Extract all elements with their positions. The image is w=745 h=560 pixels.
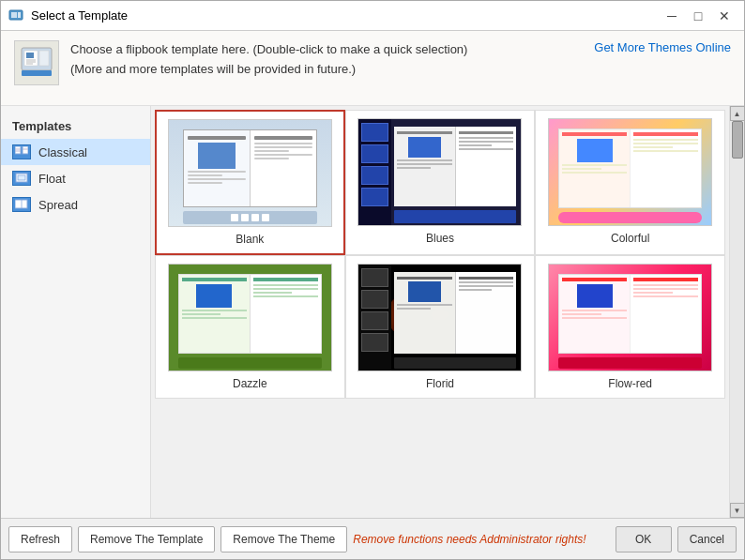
scroll-thumb[interactable] <box>732 121 743 159</box>
svg-rect-9 <box>26 53 34 58</box>
maximize-button[interactable]: □ <box>686 6 710 26</box>
remove-template-button[interactable]: Remove The Template <box>78 526 215 552</box>
ok-button[interactable]: OK <box>616 526 672 552</box>
close-button[interactable]: ✕ <box>712 6 737 26</box>
svg-rect-7 <box>39 51 49 66</box>
svg-rect-8 <box>22 70 52 76</box>
scroll-up-button[interactable]: ▲ <box>730 106 745 121</box>
scroll-down-button[interactable]: ▼ <box>730 503 745 518</box>
template-florid[interactable]: Florid <box>345 255 536 399</box>
sidebar-item-spread-label: Spread <box>38 198 78 212</box>
svg-rect-1 <box>11 12 17 18</box>
template-dazzle-label: Dazzle <box>233 377 267 390</box>
template-blues[interactable]: Blues <box>345 110 536 255</box>
sidebar-item-classical[interactable]: Classical <box>1 139 150 165</box>
refresh-button[interactable]: Refresh <box>8 526 72 552</box>
info-text: Choose a flipbook template here. (Double… <box>70 40 467 80</box>
classical-icon <box>12 144 31 159</box>
template-flowred-preview <box>548 264 712 371</box>
svg-rect-20 <box>15 200 27 208</box>
template-florid-preview <box>357 264 522 371</box>
template-florid-label: Florid <box>426 377 454 390</box>
template-blues-label: Blues <box>426 232 454 245</box>
sidebar-item-classical-label: Classical <box>38 145 87 159</box>
template-dazzle-preview <box>168 264 332 371</box>
info-icon <box>14 40 59 85</box>
template-grid: Blank <box>155 110 725 399</box>
title-bar: Select a Template ─ □ ✕ <box>1 1 744 31</box>
remove-theme-button[interactable]: Remove The Theme <box>220 526 347 552</box>
sidebar: Templates Classical <box>1 106 151 518</box>
template-grid-scroll[interactable]: Blank <box>151 106 729 518</box>
template-blank-label: Blank <box>236 233 264 246</box>
sidebar-item-float[interactable]: Float <box>1 165 150 191</box>
scroll-track[interactable] <box>730 121 744 503</box>
template-colorful-label: Colorful <box>611 232 649 245</box>
info-bar-left: Choose a flipbook template here. (Double… <box>14 40 467 85</box>
template-colorful-preview <box>548 118 712 226</box>
info-bar: Choose a flipbook template here. (Double… <box>1 31 744 106</box>
template-blues-preview <box>357 118 522 226</box>
select-template-window: Select a Template ─ □ ✕ <box>0 0 745 560</box>
info-line1: Choose a flipbook template here. (Double… <box>70 40 467 60</box>
window-controls: ─ □ ✕ <box>660 6 737 26</box>
window-icon <box>8 8 23 23</box>
sidebar-section-title: Templates <box>1 114 150 139</box>
scrollbar: ▲ ▼ <box>729 106 744 518</box>
sidebar-item-float-label: Float <box>38 172 66 186</box>
cancel-button[interactable]: Cancel <box>677 526 737 552</box>
svg-rect-19 <box>18 175 25 180</box>
minimize-button[interactable]: ─ <box>660 6 684 26</box>
template-colorful[interactable]: Colorful <box>535 110 725 255</box>
spread-icon <box>12 197 31 212</box>
float-icon <box>12 171 31 186</box>
bottom-bar: Refresh Remove The Template Remove The T… <box>1 518 744 559</box>
sidebar-item-spread[interactable]: Spread <box>1 191 150 218</box>
svg-rect-13 <box>15 146 21 154</box>
template-blank[interactable]: Blank <box>155 110 345 255</box>
info-line2: (More and more templates will be provide… <box>70 60 467 80</box>
template-dazzle[interactable]: Dazzle <box>155 255 345 399</box>
content-area: Blank <box>151 106 729 518</box>
get-more-themes-link[interactable]: Get More Themes Online <box>594 40 731 54</box>
warning-text: Remove functions needs Addministrator ri… <box>353 533 609 546</box>
svg-rect-14 <box>23 146 28 154</box>
main-area: Templates Classical <box>1 106 744 518</box>
template-blank-preview <box>168 119 332 227</box>
template-flowred[interactable]: Flow-red <box>535 255 725 399</box>
template-flowred-label: Flow-red <box>608 377 652 390</box>
window-title: Select a Template <box>31 8 652 23</box>
